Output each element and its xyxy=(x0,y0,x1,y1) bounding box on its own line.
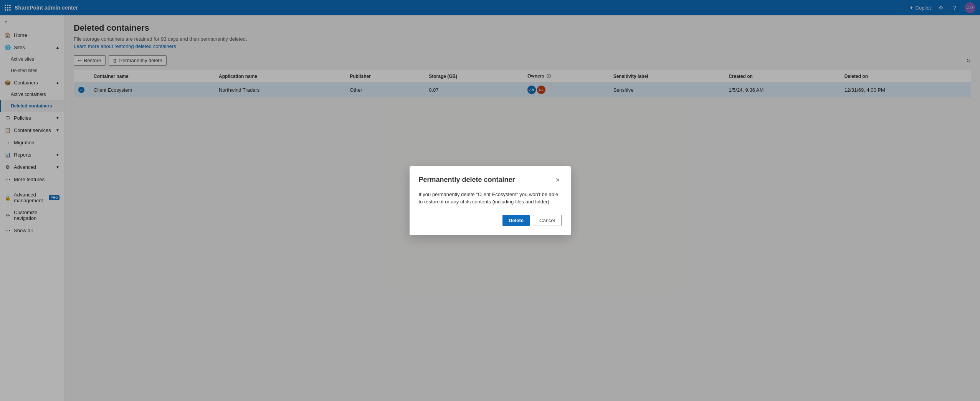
modal-cancel-button[interactable]: Cancel xyxy=(533,215,561,226)
modal-title: Permanently delete container xyxy=(419,176,515,184)
modal-header: Permanently delete container ✕ xyxy=(419,175,562,185)
permanently-delete-modal: Permanently delete container ✕ If you pe… xyxy=(410,166,571,235)
modal-overlay[interactable]: Permanently delete container ✕ If you pe… xyxy=(0,0,980,401)
modal-body: If you permanently delete "Client Ecosys… xyxy=(419,191,562,206)
modal-delete-button[interactable]: Delete xyxy=(502,215,530,226)
modal-footer: Delete Cancel xyxy=(419,215,562,226)
modal-close-button[interactable]: ✕ xyxy=(554,175,562,185)
